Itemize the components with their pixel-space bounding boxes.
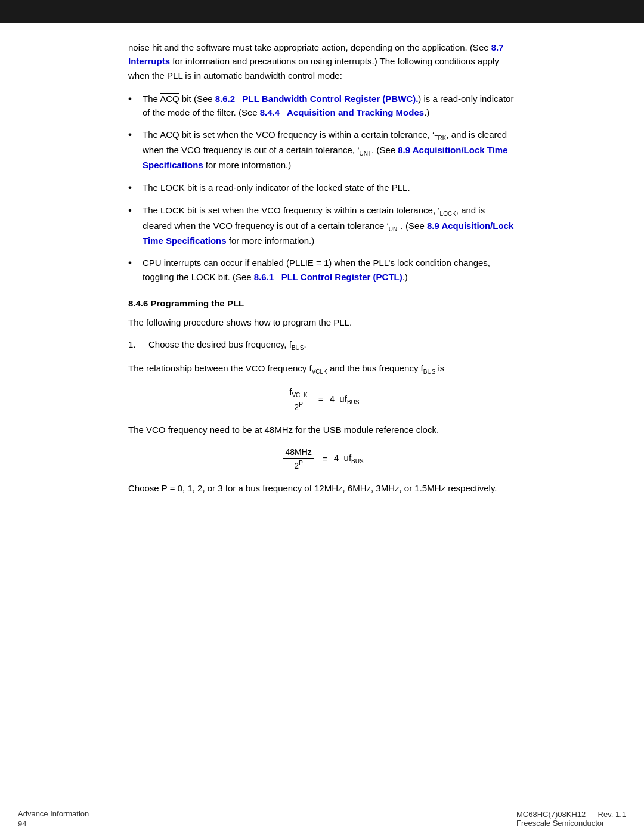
formula-block-1: fVCLK 2P = 4 ufBUS [128, 387, 516, 411]
relationship-para: The relationship between the VCO frequen… [128, 361, 516, 377]
list-item: • The LOCK bit is set when the VCO frequ… [128, 203, 516, 247]
intro-paragraph: noise hit and the software must take app… [128, 41, 516, 82]
vco-paragraph: The VCO frequency need to be at 48MHz fo… [128, 423, 516, 436]
numbered-list: 1. Choose the desired bus frequency, fBU… [128, 337, 516, 353]
top-bar [0, 0, 644, 23]
formula-denominator-1: 2P [292, 400, 305, 412]
fvclk-numerator-sub: VCLK [292, 392, 307, 398]
section-heading-846: 8.4.6 Programming the PLL [128, 298, 516, 308]
page-content: noise hit and the software must take app… [0, 23, 644, 521]
bullet-dot: • [128, 256, 139, 271]
pbwc-link[interactable]: 8.6.2 PLL Bandwidth Control Register (PB… [215, 94, 419, 104]
acq-lock-time-link-2[interactable]: 8.9 Acquisition/Lock Time Specifications [143, 221, 513, 246]
formula-right-2: 4 ufBUS [334, 453, 364, 463]
fbus-sub-formula1: BUS [347, 399, 360, 405]
numbered-item-1: 1. Choose the desired bus frequency, fBU… [128, 337, 516, 353]
footer-advance-info: Advance Information [18, 809, 89, 818]
power-p-sup-2: P [299, 460, 303, 466]
formula-equal-1: = [318, 394, 324, 404]
choose-paragraph: Choose P = 0, 1, 2, or 3 for a bus frequ… [128, 481, 516, 495]
list-item: • The ACQ bit is set when the VCO freque… [128, 128, 516, 172]
fbus-sub-1: BUS [292, 345, 304, 351]
list-item: • CPU interrupts can occur if enabled (P… [128, 256, 516, 284]
bullet-dot: • [128, 203, 139, 218]
numbered-text-1: Choose the desired bus frequency, fBUS. [148, 337, 306, 353]
trk-sub: TRK [434, 135, 446, 141]
footer-page-number: 94 [18, 819, 89, 828]
formula-numerator-2: 48MHz [283, 447, 314, 459]
footer-left: Advance Information 94 [18, 809, 89, 828]
footer-company: Freescale Semiconductor [516, 819, 626, 828]
bullet-dot: • [128, 181, 139, 196]
formula-right-1: 4 ufBUS [330, 394, 360, 404]
fbus-sub-2: BUS [423, 368, 436, 375]
footer-right: MC68HC(7)08KH12 — Rev. 1.1 Freescale Sem… [516, 810, 626, 828]
footer: Advance Information 94 MC68HC(7)08KH12 —… [0, 804, 644, 833]
unt-sub: UNT [360, 150, 372, 157]
vclk-sub: VCLK [312, 368, 327, 375]
unl-sub: UNL [389, 226, 401, 233]
formula-equal-2: = [323, 454, 328, 464]
intro-text1: noise hit and the software must take app… [128, 42, 491, 52]
bullet-list: • The ACQ bit (See 8.6.2 PLL Bandwidth C… [128, 92, 516, 284]
formula-numerator-1: fVCLK [287, 387, 310, 400]
bullet-text-3: The LOCK bit is a read-only indicator of… [143, 181, 516, 194]
bullet-text-4: The LOCK bit is set when the VCO frequen… [143, 203, 516, 247]
bullet-text-2: The ACQ bit is set when the VCO frequenc… [143, 128, 516, 172]
pctl-link[interactable]: 8.6.1 PLL Control Register (PCTL) [254, 272, 402, 282]
power-p-sup-1: P [299, 401, 303, 408]
acq-lock-time-link-1[interactable]: 8.9 Acquisition/Lock Time Specifications [143, 145, 508, 171]
bullet-dot: • [128, 92, 139, 107]
formula-block-2: 48MHz 2P = 4 ufBUS [128, 447, 516, 470]
acquisition-tracking-link[interactable]: 8.4.4 Acquisition and Tracking Modes [260, 107, 424, 117]
fbus-sub-formula2: BUS [351, 458, 364, 465]
lock-sub: LOCK [440, 210, 456, 217]
bullet-text-5: CPU interrupts can occur if enabled (PLL… [143, 256, 516, 284]
section-intro: The following procedure shows how to pro… [128, 315, 516, 329]
bullet-dot: • [128, 128, 139, 143]
formula-denominator-2: 2P [292, 459, 305, 470]
formula-fraction-1: fVCLK 2P [287, 387, 310, 411]
acq-overline-2: ACQ [160, 129, 179, 140]
list-item: • The LOCK bit is a read-only indicator … [128, 181, 516, 196]
formula-fraction-2: 48MHz 2P [283, 447, 314, 470]
num-label-1: 1. [128, 337, 145, 351]
list-item: • The ACQ bit (See 8.6.2 PLL Bandwidth C… [128, 92, 516, 120]
intro-text2: for information and precautions on using… [128, 56, 499, 80]
acq-overline-1: ACQ [160, 94, 179, 104]
footer-doc-ref: MC68HC(7)08KH12 — Rev. 1.1 [516, 810, 626, 819]
bullet-text-1: The ACQ bit (See 8.6.2 PLL Bandwidth Con… [143, 92, 516, 120]
